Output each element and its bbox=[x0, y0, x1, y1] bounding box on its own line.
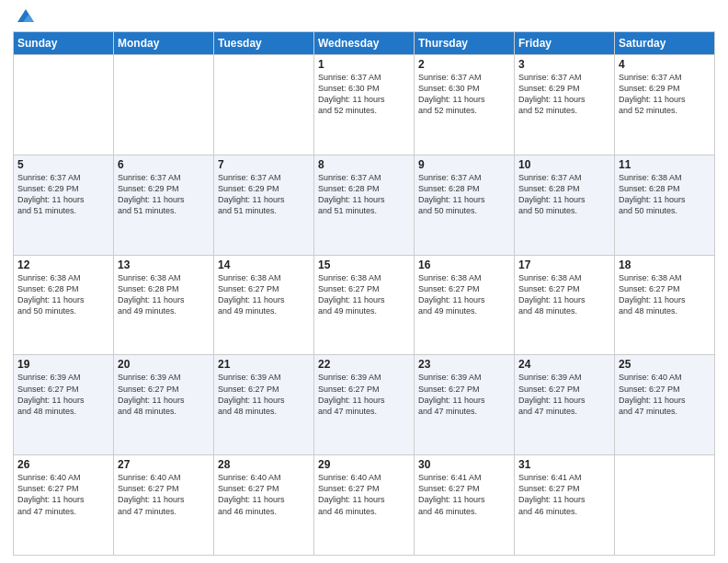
day-cell: 19Sunrise: 6:39 AMSunset: 6:27 PMDayligh… bbox=[14, 355, 114, 455]
day-cell: 11Sunrise: 6:38 AMSunset: 6:28 PMDayligh… bbox=[615, 155, 715, 255]
day-number: 29 bbox=[318, 458, 410, 471]
calendar: SundayMondayTuesdayWednesdayThursdayFrid… bbox=[13, 31, 715, 556]
day-info: Sunrise: 6:40 AMSunset: 6:27 PMDaylight:… bbox=[318, 472, 410, 517]
day-info: Sunrise: 6:39 AMSunset: 6:27 PMDaylight:… bbox=[118, 372, 210, 417]
day-info: Sunrise: 6:38 AMSunset: 6:27 PMDaylight:… bbox=[518, 272, 610, 317]
day-number: 31 bbox=[518, 458, 610, 471]
day-number: 24 bbox=[518, 358, 610, 371]
day-number: 18 bbox=[619, 259, 711, 271]
day-info: Sunrise: 6:37 AMSunset: 6:28 PMDaylight:… bbox=[518, 172, 610, 217]
day-info: Sunrise: 6:37 AMSunset: 6:28 PMDaylight:… bbox=[318, 172, 410, 217]
week-row-1: 1Sunrise: 6:37 AMSunset: 6:30 PMDaylight… bbox=[14, 55, 715, 155]
day-cell: 27Sunrise: 6:40 AMSunset: 6:27 PMDayligh… bbox=[114, 455, 214, 556]
day-number: 3 bbox=[518, 58, 610, 71]
day-info: Sunrise: 6:38 AMSunset: 6:27 PMDaylight:… bbox=[619, 272, 711, 317]
day-number: 28 bbox=[218, 458, 310, 471]
weekday-thursday: Thursday bbox=[415, 32, 515, 55]
day-info: Sunrise: 6:38 AMSunset: 6:27 PMDaylight:… bbox=[418, 272, 510, 317]
day-number: 15 bbox=[318, 259, 410, 271]
day-cell: 5Sunrise: 6:37 AMSunset: 6:29 PMDaylight… bbox=[14, 155, 114, 255]
day-cell: 26Sunrise: 6:40 AMSunset: 6:27 PMDayligh… bbox=[14, 455, 114, 556]
day-info: Sunrise: 6:37 AMSunset: 6:29 PMDaylight:… bbox=[218, 172, 310, 217]
day-info: Sunrise: 6:41 AMSunset: 6:27 PMDaylight:… bbox=[418, 472, 510, 517]
day-number: 6 bbox=[118, 158, 210, 171]
day-info: Sunrise: 6:37 AMSunset: 6:29 PMDaylight:… bbox=[118, 172, 210, 217]
day-info: Sunrise: 6:40 AMSunset: 6:27 PMDaylight:… bbox=[17, 472, 109, 517]
week-row-4: 19Sunrise: 6:39 AMSunset: 6:27 PMDayligh… bbox=[14, 355, 715, 455]
day-info: Sunrise: 6:40 AMSunset: 6:27 PMDaylight:… bbox=[218, 472, 310, 517]
day-info: Sunrise: 6:39 AMSunset: 6:27 PMDaylight:… bbox=[518, 372, 610, 417]
day-cell: 14Sunrise: 6:38 AMSunset: 6:27 PMDayligh… bbox=[214, 255, 314, 355]
day-cell: 16Sunrise: 6:38 AMSunset: 6:27 PMDayligh… bbox=[415, 255, 515, 355]
day-info: Sunrise: 6:39 AMSunset: 6:27 PMDaylight:… bbox=[318, 372, 410, 417]
day-number: 20 bbox=[118, 358, 210, 371]
weekday-friday: Friday bbox=[515, 32, 615, 55]
day-info: Sunrise: 6:38 AMSunset: 6:28 PMDaylight:… bbox=[118, 272, 210, 317]
weekday-wednesday: Wednesday bbox=[314, 32, 415, 55]
day-number: 1 bbox=[318, 58, 410, 71]
day-cell bbox=[214, 55, 314, 155]
weekday-sunday: Sunday bbox=[14, 32, 114, 55]
week-row-5: 26Sunrise: 6:40 AMSunset: 6:27 PMDayligh… bbox=[14, 455, 715, 556]
day-cell: 20Sunrise: 6:39 AMSunset: 6:27 PMDayligh… bbox=[114, 355, 214, 455]
day-number: 19 bbox=[17, 358, 109, 371]
weekday-tuesday: Tuesday bbox=[214, 32, 314, 55]
day-number: 13 bbox=[118, 259, 210, 271]
day-cell: 12Sunrise: 6:38 AMSunset: 6:28 PMDayligh… bbox=[14, 255, 114, 355]
day-cell: 1Sunrise: 6:37 AMSunset: 6:30 PMDaylight… bbox=[314, 55, 415, 155]
weekday-header-row: SundayMondayTuesdayWednesdayThursdayFrid… bbox=[14, 32, 715, 55]
day-number: 30 bbox=[418, 458, 510, 471]
day-cell: 6Sunrise: 6:37 AMSunset: 6:29 PMDaylight… bbox=[114, 155, 214, 255]
weekday-monday: Monday bbox=[114, 32, 214, 55]
day-number: 2 bbox=[418, 58, 510, 71]
day-info: Sunrise: 6:38 AMSunset: 6:27 PMDaylight:… bbox=[318, 272, 410, 317]
day-cell: 7Sunrise: 6:37 AMSunset: 6:29 PMDaylight… bbox=[214, 155, 314, 255]
day-number: 16 bbox=[418, 259, 510, 271]
day-info: Sunrise: 6:37 AMSunset: 6:29 PMDaylight:… bbox=[619, 72, 711, 117]
day-info: Sunrise: 6:37 AMSunset: 6:28 PMDaylight:… bbox=[418, 172, 510, 217]
day-number: 27 bbox=[118, 458, 210, 471]
day-info: Sunrise: 6:39 AMSunset: 6:27 PMDaylight:… bbox=[418, 372, 510, 417]
week-row-3: 12Sunrise: 6:38 AMSunset: 6:28 PMDayligh… bbox=[14, 255, 715, 355]
day-cell: 23Sunrise: 6:39 AMSunset: 6:27 PMDayligh… bbox=[415, 355, 515, 455]
day-number: 14 bbox=[218, 259, 310, 271]
day-cell: 24Sunrise: 6:39 AMSunset: 6:27 PMDayligh… bbox=[515, 355, 615, 455]
day-info: Sunrise: 6:41 AMSunset: 6:27 PMDaylight:… bbox=[518, 472, 610, 517]
day-cell: 13Sunrise: 6:38 AMSunset: 6:28 PMDayligh… bbox=[114, 255, 214, 355]
day-cell bbox=[615, 455, 715, 556]
day-number: 12 bbox=[17, 259, 109, 271]
week-row-2: 5Sunrise: 6:37 AMSunset: 6:29 PMDaylight… bbox=[14, 155, 715, 255]
day-cell: 22Sunrise: 6:39 AMSunset: 6:27 PMDayligh… bbox=[314, 355, 415, 455]
day-info: Sunrise: 6:37 AMSunset: 6:29 PMDaylight:… bbox=[518, 72, 610, 117]
day-number: 17 bbox=[518, 259, 610, 271]
day-info: Sunrise: 6:37 AMSunset: 6:30 PMDaylight:… bbox=[318, 72, 410, 117]
day-info: Sunrise: 6:40 AMSunset: 6:27 PMDaylight:… bbox=[118, 472, 210, 517]
day-cell: 30Sunrise: 6:41 AMSunset: 6:27 PMDayligh… bbox=[415, 455, 515, 556]
day-info: Sunrise: 6:37 AMSunset: 6:29 PMDaylight:… bbox=[17, 172, 109, 217]
day-cell: 25Sunrise: 6:40 AMSunset: 6:27 PMDayligh… bbox=[615, 355, 715, 455]
day-cell: 4Sunrise: 6:37 AMSunset: 6:29 PMDaylight… bbox=[615, 55, 715, 155]
day-cell: 29Sunrise: 6:40 AMSunset: 6:27 PMDayligh… bbox=[314, 455, 415, 556]
day-info: Sunrise: 6:40 AMSunset: 6:27 PMDaylight:… bbox=[619, 372, 711, 417]
day-cell: 3Sunrise: 6:37 AMSunset: 6:29 PMDaylight… bbox=[515, 55, 615, 155]
day-info: Sunrise: 6:39 AMSunset: 6:27 PMDaylight:… bbox=[218, 372, 310, 417]
day-cell: 17Sunrise: 6:38 AMSunset: 6:27 PMDayligh… bbox=[515, 255, 615, 355]
day-info: Sunrise: 6:38 AMSunset: 6:27 PMDaylight:… bbox=[218, 272, 310, 317]
day-cell: 9Sunrise: 6:37 AMSunset: 6:28 PMDaylight… bbox=[415, 155, 515, 255]
day-cell: 18Sunrise: 6:38 AMSunset: 6:27 PMDayligh… bbox=[615, 255, 715, 355]
day-cell: 21Sunrise: 6:39 AMSunset: 6:27 PMDayligh… bbox=[214, 355, 314, 455]
weekday-saturday: Saturday bbox=[615, 32, 715, 55]
day-cell: 2Sunrise: 6:37 AMSunset: 6:30 PMDaylight… bbox=[415, 55, 515, 155]
day-number: 23 bbox=[418, 358, 510, 371]
day-cell bbox=[14, 55, 114, 155]
day-number: 11 bbox=[619, 158, 711, 171]
day-cell: 8Sunrise: 6:37 AMSunset: 6:28 PMDaylight… bbox=[314, 155, 415, 255]
day-number: 21 bbox=[218, 358, 310, 371]
logo-icon bbox=[16, 6, 36, 26]
day-info: Sunrise: 6:37 AMSunset: 6:30 PMDaylight:… bbox=[418, 72, 510, 117]
header bbox=[13, 9, 715, 26]
day-cell: 15Sunrise: 6:38 AMSunset: 6:27 PMDayligh… bbox=[314, 255, 415, 355]
day-number: 5 bbox=[17, 158, 109, 171]
day-number: 26 bbox=[17, 458, 109, 471]
day-info: Sunrise: 6:38 AMSunset: 6:28 PMDaylight:… bbox=[17, 272, 109, 317]
